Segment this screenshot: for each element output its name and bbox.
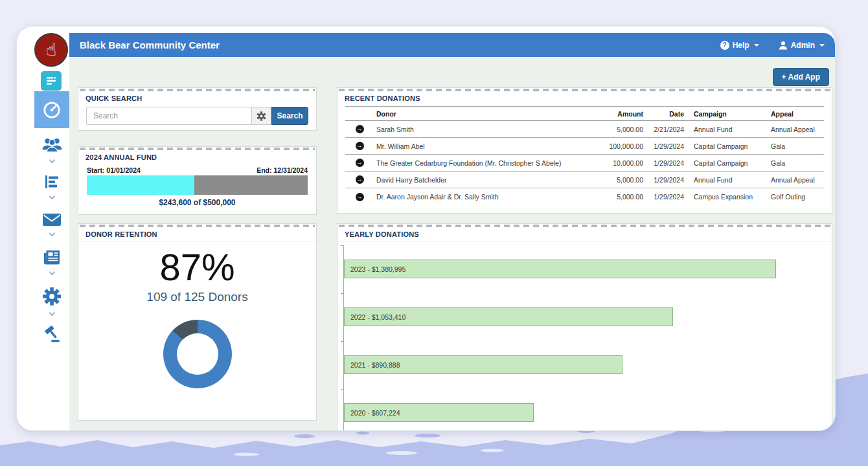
open-donation-button[interactable] bbox=[356, 193, 364, 201]
bar-group-2021: 2021 - $890,888 bbox=[344, 341, 832, 389]
yearly-donations-chart: 2023 - $1,380,9952022 - $1,053,4102021 -… bbox=[343, 245, 832, 431]
chevron-down-icon bbox=[49, 157, 55, 164]
app-logo[interactable]: ☝ bbox=[34, 33, 68, 67]
donations-table: Donor Amount Date Campaign Appeal Sarah … bbox=[345, 106, 824, 205]
chevron-down-icon bbox=[49, 310, 55, 316]
notes-icon bbox=[45, 76, 57, 86]
sidebar-item-notes[interactable] bbox=[41, 71, 62, 91]
donor-name: David Harry Batchelder bbox=[374, 176, 572, 184]
donation-campaign: Capital Campaign bbox=[684, 159, 762, 167]
search-input[interactable] bbox=[86, 107, 252, 125]
envelope-icon bbox=[42, 213, 62, 227]
yearly-bar-2020: 2020 - $607,224 bbox=[344, 403, 534, 422]
bar-group-2020: 2020 - $607,224 bbox=[344, 389, 832, 431]
donation-campaign: Capital Campaign bbox=[684, 142, 762, 150]
table-row: David Harry Batchelder5,000.001/29/2024A… bbox=[345, 172, 824, 188]
sidebar-item-constituents[interactable] bbox=[34, 137, 69, 162]
open-donation-button[interactable] bbox=[356, 159, 364, 167]
chevron-down-icon bbox=[49, 194, 55, 200]
donation-appeal: Annual Appeal bbox=[762, 176, 824, 184]
sidebar-item-reports[interactable] bbox=[34, 174, 69, 199]
sidebar-item-auctions[interactable] bbox=[34, 325, 69, 346]
column-header-amount: Amount bbox=[572, 110, 643, 118]
retention-donut-chart bbox=[163, 320, 232, 388]
sidebar-item-settings[interactable] bbox=[34, 287, 69, 315]
donation-campaign: Annual Fund bbox=[684, 126, 762, 133]
quick-search-widget: QUICK SEARCH bbox=[78, 87, 317, 131]
admin-menu-label: Admin bbox=[791, 41, 815, 50]
dashboard-gauge-icon bbox=[41, 100, 62, 120]
donation-amount: 100,000.00 bbox=[572, 142, 643, 150]
widget-title: QUICK SEARCH bbox=[78, 91, 316, 105]
open-donation-cell bbox=[345, 159, 374, 167]
open-donation-button[interactable] bbox=[356, 175, 364, 184]
table-row: Dr. Aaron Jayson Adair & Dr. Sally Smith… bbox=[345, 188, 824, 205]
bar-group-2023: 2023 - $1,380,995 bbox=[344, 245, 832, 293]
dashboard-content: + Add App QUICK SEARCH bbox=[69, 57, 835, 430]
sidebar-item-email[interactable] bbox=[34, 213, 69, 236]
gear-icon bbox=[42, 287, 62, 306]
add-app-button[interactable]: + Add App bbox=[773, 68, 829, 86]
donation-amount: 5,000.00 bbox=[572, 193, 643, 201]
user-icon bbox=[779, 41, 788, 50]
sidebar-item-communications[interactable] bbox=[34, 249, 69, 274]
open-donation-button[interactable] bbox=[356, 142, 364, 150]
donation-appeal: Golf Outing bbox=[762, 193, 824, 201]
donation-appeal: Annual Appeal bbox=[762, 126, 824, 133]
fund-progress-bar bbox=[87, 175, 308, 195]
donor-retention-widget: DONOR RETENTION 87% 109 of 125 Donors bbox=[78, 223, 317, 421]
widget-title: RECENT DONATIONS bbox=[337, 91, 832, 105]
search-settings-button[interactable] bbox=[252, 107, 271, 125]
sidebar-item-dashboard[interactable] bbox=[34, 91, 69, 128]
retention-percent: 87% bbox=[78, 248, 316, 287]
open-donation-cell bbox=[345, 125, 374, 133]
donor-name: The Greater Cedarburg Foundation (Mr. Ch… bbox=[374, 159, 572, 167]
table-row: Mr. William Abel100,000.001/29/2024Capit… bbox=[345, 138, 824, 155]
donation-appeal: Gala bbox=[762, 159, 824, 167]
admin-menu[interactable]: Admin bbox=[779, 41, 825, 50]
help-menu-label: Help bbox=[733, 41, 749, 50]
open-donation-cell bbox=[345, 193, 374, 201]
gavel-icon bbox=[43, 325, 61, 343]
yearly-donations-widget: YEARLY DONATIONS 2023 - $1,380,9952022 -… bbox=[337, 223, 832, 431]
gear-icon bbox=[257, 111, 266, 121]
open-donation-cell bbox=[345, 175, 374, 184]
donation-amount: 5,000.00 bbox=[572, 126, 643, 133]
fund-progress-label: $243,600 of $500,000 bbox=[78, 198, 316, 207]
table-header-row: Donor Amount Date Campaign Appeal bbox=[345, 106, 824, 121]
column-header-appeal: Appeal bbox=[762, 110, 824, 118]
donor-name: Sarah Smith bbox=[374, 126, 572, 133]
widget-title: 2024 ANNUAL FUND bbox=[78, 150, 316, 164]
donations-rows: Sarah Smith5,000.002/21/2024Annual FundA… bbox=[345, 121, 824, 205]
app-window: Black Bear Community Center Help Admin ☝ bbox=[16, 26, 836, 431]
annual-fund-widget: 2024 ANNUAL FUND Start: 01/01/2024 End: … bbox=[78, 146, 317, 215]
table-row: The Greater Cedarburg Foundation (Mr. Ch… bbox=[345, 155, 824, 172]
donation-date: 1/29/2024 bbox=[643, 176, 684, 184]
chevron-down-icon bbox=[819, 44, 825, 47]
donor-name: Dr. Aaron Jayson Adair & Dr. Sally Smith bbox=[374, 193, 572, 201]
donation-amount: 5,000.00 bbox=[572, 176, 643, 184]
help-menu[interactable]: Help bbox=[720, 41, 759, 50]
help-icon bbox=[720, 41, 729, 50]
search-button[interactable]: Search bbox=[271, 107, 308, 125]
hand-pointing-icon: ☝ bbox=[46, 39, 56, 60]
donation-date: 2/21/2024 bbox=[643, 126, 684, 133]
retention-subtitle: 109 of 125 Donors bbox=[78, 290, 316, 304]
yearly-bar-2023: 2023 - $1,380,995 bbox=[344, 260, 776, 278]
donation-appeal: Gala bbox=[762, 142, 824, 150]
donation-campaign: Campus Expansion bbox=[684, 193, 762, 201]
fund-end-date: End: 12/31/2024 bbox=[257, 166, 308, 174]
yearly-bar-2022: 2022 - $1,053,410 bbox=[344, 307, 673, 326]
chevron-down-icon bbox=[49, 230, 55, 237]
donor-name: Mr. William Abel bbox=[374, 142, 572, 150]
sidebar: ☝ bbox=[17, 27, 69, 430]
open-donation-cell bbox=[345, 142, 374, 150]
open-donation-button[interactable] bbox=[356, 125, 364, 133]
donation-date: 1/29/2024 bbox=[643, 142, 684, 150]
donation-amount: 10,000.00 bbox=[572, 159, 643, 167]
app-header: Black Bear Community Center Help Admin bbox=[69, 33, 835, 57]
donation-date: 1/29/2024 bbox=[643, 159, 684, 167]
fund-progress-fill bbox=[87, 175, 194, 195]
chevron-down-icon bbox=[49, 269, 55, 276]
newspaper-icon bbox=[43, 249, 61, 265]
